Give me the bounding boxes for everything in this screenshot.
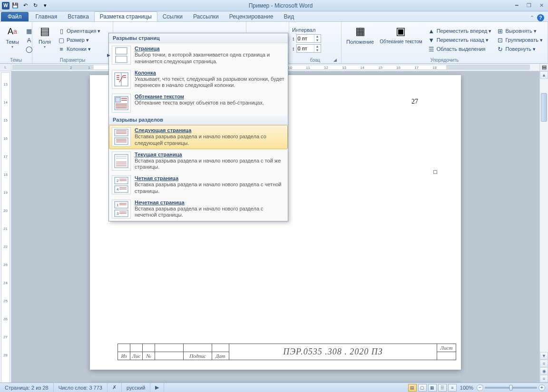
paragraph-dialog-launcher[interactable]: ◢ — [332, 57, 338, 63]
position-button[interactable]: ▦ Положение — [344, 23, 376, 57]
zoom-slider[interactable] — [485, 387, 537, 389]
rotate-button[interactable]: ↻Повернуть ▾ — [495, 45, 544, 53]
view-draft[interactable]: ≡ — [448, 384, 457, 392]
tab-mailings[interactable]: Рассылки — [188, 12, 224, 21]
titlebar: W 💾 ↶ ↻ ▾ Пример - Microsoft Word ━ ❐ ✕ — [0, 0, 548, 11]
fonts-icon: A — [25, 36, 33, 44]
vertical-ruler[interactable]: 13 14 15 16 17 18 19 20 21 22 23 24 25 2… — [0, 71, 11, 382]
title-block: ПЭР.0535 .308 . 2020 ПЗ Лист Из Лис № По… — [117, 344, 456, 360]
save-icon: 💾 — [12, 2, 19, 9]
view-print-layout[interactable]: ▤ — [408, 384, 417, 392]
view-full-screen[interactable]: ▢ — [418, 384, 427, 392]
restore-button[interactable]: ❐ — [524, 2, 534, 9]
tab-references[interactable]: Ссылки — [157, 12, 188, 21]
page-number: 27 — [411, 98, 418, 105]
break-continuous-item[interactable]: Текущая страницаВставка разрыва раздела … — [109, 149, 288, 173]
zoom-thumb[interactable] — [509, 385, 513, 391]
save-button[interactable]: 💾 — [11, 1, 20, 10]
breaks-dropdown: Разрывы страниц СтраницаВыбор точки, в к… — [108, 33, 288, 221]
browse-object-button[interactable]: ◉ — [540, 367, 548, 375]
wrap-text-button[interactable]: ▣ Обтекание текстом — [378, 23, 424, 57]
columns-button[interactable]: ≡Колонки ▾ — [56, 45, 102, 53]
send-backward-button[interactable]: ▼Переместить назад ▾ — [426, 36, 493, 44]
selection-pane-button[interactable]: ☰Область выделения — [426, 45, 493, 53]
position-icon: ▦ — [352, 24, 368, 39]
break-next-page-item[interactable]: Следующая страницаВставка разрыва раздел… — [109, 125, 288, 149]
minimize-ribbon-button[interactable]: ⌃ — [530, 15, 534, 21]
tab-home[interactable]: Главная — [30, 12, 63, 21]
next-page-section-icon — [112, 127, 131, 146]
redo-button[interactable]: ↻ — [31, 1, 39, 10]
svg-text:1: 1 — [117, 203, 119, 207]
tab-view[interactable]: Вид — [278, 12, 299, 21]
zoom-out-button[interactable]: − — [477, 384, 483, 391]
minimize-button[interactable]: ━ — [512, 2, 521, 9]
orientation-button[interactable]: ▯Ориентация ▾ — [56, 27, 102, 35]
group-icon: ⊡ — [496, 36, 504, 44]
tab-insert[interactable]: Вставка — [62, 12, 94, 21]
ribbon-tabs: Файл Главная Вставка Разметка страницы С… — [0, 11, 548, 22]
undo-button[interactable]: ↶ — [21, 1, 29, 10]
ruler-toggle-button[interactable]: ▤ — [539, 64, 548, 71]
bring-forward-button[interactable]: ▲Переместить вперед ▾ — [426, 27, 493, 35]
column-break-icon — [112, 70, 131, 89]
size-button[interactable]: ▢Размер ▾ — [56, 36, 102, 44]
statusbar: Страница: 2 из 28 Число слов: 3 773 ✗ ру… — [0, 382, 548, 392]
text-wrap-break-icon — [112, 94, 131, 113]
continuous-section-icon — [112, 152, 131, 171]
spacing-before-input[interactable]: ▲▼ — [296, 34, 321, 43]
status-word-count[interactable]: Число слов: 3 773 — [54, 383, 108, 392]
size-icon: ▢ — [58, 36, 65, 44]
break-page-item[interactable]: СтраницаВыбор точки, в которой заканчива… — [109, 43, 288, 67]
scroll-up-button[interactable]: ▲ — [540, 71, 548, 79]
wrap-icon: ▣ — [393, 24, 409, 39]
tab-review[interactable]: Рецензирование — [224, 12, 279, 21]
zoom-in-button[interactable]: + — [538, 384, 545, 391]
scroll-thumb[interactable] — [541, 93, 547, 122]
dropdown-section-section-breaks: Разрывы разделов — [109, 115, 288, 125]
file-tab[interactable]: Файл — [1, 12, 29, 21]
page-break-icon — [112, 46, 131, 65]
vertical-scrollbar[interactable]: ▲ ▼ ≡ ◉ ≡ — [539, 71, 548, 382]
group-arrange-label: Упорядочить — [344, 57, 545, 63]
margins-icon: ▤ — [37, 24, 52, 39]
qat-dropdown[interactable]: ▾ — [41, 1, 49, 10]
send-backward-icon: ▼ — [428, 36, 435, 44]
proofing-icon: ✗ — [112, 384, 117, 391]
break-text-wrap-item[interactable]: Обтекание текстомОбтекание текста вокруг… — [109, 91, 288, 115]
margins-button[interactable]: ▤ Поля ▾ — [35, 23, 54, 57]
prev-page-button[interactable]: ≡ — [540, 360, 548, 367]
help-button[interactable]: ? — [537, 14, 544, 21]
tab-selector[interactable]: L — [0, 64, 11, 71]
tab-page-layout[interactable]: Разметка страницы — [94, 11, 157, 21]
spacing-after-input[interactable]: ▲▼ — [296, 44, 321, 53]
view-web-layout[interactable]: ▦ — [428, 384, 437, 392]
bring-forward-icon: ▲ — [428, 27, 435, 35]
status-proofing[interactable]: ✗ — [108, 383, 122, 392]
break-even-page-item[interactable]: 24 Четная страницаВставка разрыва раздел… — [109, 173, 288, 197]
spacing-after-icon: ↕ — [292, 46, 295, 51]
themes-button[interactable]: Aa Темы ▾ — [3, 23, 22, 57]
align-button[interactable]: ⊞Выровнять ▾ — [495, 27, 544, 35]
scroll-down-button[interactable]: ▼ — [540, 352, 548, 360]
macro-icon: ▶ — [155, 384, 159, 391]
break-column-item[interactable]: КолонкаУказывает, что текст, следующий з… — [109, 67, 288, 92]
dropdown-section-page-breaks: Разрывы страниц — [109, 33, 288, 43]
next-page-button[interactable]: ≡ — [540, 375, 548, 382]
close-button[interactable]: ✕ — [537, 2, 546, 9]
view-outline[interactable]: ☰ — [438, 384, 447, 392]
svg-rect-7 — [115, 138, 128, 144]
group-page-setup-label: Параметры — [35, 57, 110, 63]
break-odd-page-item[interactable]: 13 Нечетная страницаВставка разрыва разд… — [109, 197, 288, 221]
word-icon: W — [2, 2, 10, 10]
status-page[interactable]: Страница: 2 из 28 — [0, 383, 54, 392]
themes-icon: Aa — [5, 24, 20, 39]
group-button[interactable]: ⊡Группировать ▾ — [495, 36, 544, 44]
status-language[interactable]: русский — [122, 383, 150, 392]
zoom-level[interactable]: 100% — [460, 385, 473, 391]
selection-pane-icon: ☰ — [428, 45, 435, 53]
align-icon: ⊞ — [496, 27, 504, 35]
status-macro[interactable]: ▶ — [150, 383, 164, 392]
svg-text:3: 3 — [117, 211, 119, 216]
redo-icon: ↻ — [33, 2, 38, 9]
